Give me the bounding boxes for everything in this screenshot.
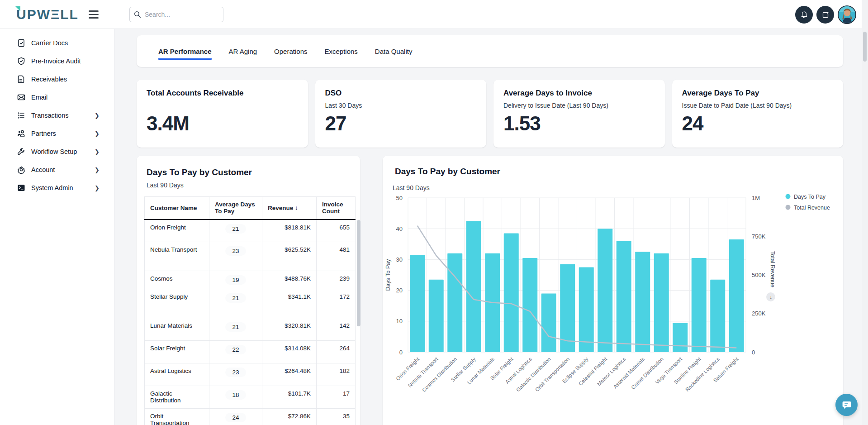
bar-days-to-pay[interactable] [654, 253, 669, 352]
table-row[interactable]: Stellar Supply 21 $341.1K 172 [145, 289, 356, 318]
legend-swatch [786, 194, 791, 199]
bar-days-to-pay[interactable] [635, 252, 650, 352]
bar-days-to-pay[interactable] [466, 221, 481, 352]
search-box[interactable] [129, 7, 223, 22]
left-axis-tick-label: 40 [396, 225, 403, 232]
table-row[interactable]: Astral Logistics 23 $264.48K 182 [145, 363, 356, 386]
table-row[interactable]: Orbit Transportation 24 $72.86K 35 [145, 409, 356, 425]
cell-invoice-count: 481 [317, 242, 356, 271]
bar-days-to-pay[interactable] [710, 280, 725, 352]
kpi-title: DSO [325, 89, 477, 98]
notifications-button[interactable] [795, 6, 813, 24]
table-row[interactable]: Solar Freight 22 $314.08K 264 [145, 341, 356, 363]
cell-revenue: $314.08K [262, 341, 317, 363]
right-axis-title: Total Revenue [769, 251, 776, 287]
bar-days-to-pay[interactable] [729, 239, 744, 352]
bar-days-to-pay[interactable] [541, 293, 556, 352]
cell-avg-days: 18 [209, 386, 262, 409]
bar-days-to-pay[interactable] [447, 253, 462, 352]
app-logo: UPWΞLL [16, 7, 79, 22]
people-icon [16, 129, 26, 138]
sidebar-item-system-admin[interactable]: System Admin ❯ [0, 179, 114, 197]
user-avatar[interactable] [838, 5, 856, 24]
kpi-value: 27 [325, 112, 346, 135]
sidebar-item-label: Workflow Setup [31, 148, 95, 155]
column-header-invoice-count[interactable]: Invoice Count [317, 197, 356, 220]
cell-revenue: $488.76K [262, 271, 317, 289]
cell-customer: Nebula Transport [145, 242, 209, 271]
cell-avg-days: 23 [209, 363, 262, 386]
bar-days-to-pay[interactable] [579, 267, 594, 352]
bar-days-to-pay[interactable] [504, 233, 519, 352]
cell-revenue: $101.7K [262, 386, 317, 409]
tab-ar-aging[interactable]: AR Aging [229, 43, 257, 60]
x-axis-category-label: Comet Distribution [630, 356, 664, 390]
bar-days-to-pay[interactable] [673, 323, 688, 352]
bar-days-to-pay[interactable] [429, 280, 444, 352]
kpi-card-average-days-to-invoice: Average Days to Invoice Delivery to Issu… [493, 80, 665, 148]
sidebar-item-account[interactable]: Account ❯ [0, 161, 114, 179]
page-scrollbar [862, 0, 868, 425]
legend-item-total-revenue[interactable]: Total Revenue [794, 205, 830, 211]
sidebar-item-label: Partners [31, 130, 95, 137]
bar-days-to-pay[interactable] [598, 229, 612, 352]
left-axis-title: Days To Pay [385, 259, 391, 291]
sort-desc-icon: ↓ [293, 205, 298, 211]
table-row[interactable]: Lunar Materials 21 $320.81K 142 [145, 318, 356, 341]
sidebar-item-label: Transactions [31, 112, 95, 119]
chat-bubble-icon [841, 400, 852, 411]
bar-days-to-pay[interactable] [560, 264, 575, 352]
page-scrollbar-thumb[interactable] [863, 32, 867, 62]
right-axis-tick-label: 750K [752, 233, 766, 240]
tab-operations[interactable]: Operations [274, 43, 307, 60]
shield-check-icon [16, 57, 26, 66]
sidebar-item-partners[interactable]: Partners ❯ [0, 124, 114, 143]
column-header-customer-name[interactable]: Customer Name [145, 197, 209, 220]
sidebar-item-receivables[interactable]: Receivables [0, 70, 114, 88]
bar-days-to-pay[interactable] [410, 255, 425, 352]
kpi-subtitle: Last 30 Days [325, 102, 477, 110]
sidebar-item-label: Account [31, 166, 95, 173]
cell-avg-days: 21 [209, 220, 262, 242]
chart-panel-subtitle: Last 90 Days [393, 184, 430, 191]
bar-days-to-pay[interactable] [617, 241, 631, 352]
axis-sort-arrow-icon: ↓ [769, 294, 772, 301]
cell-customer: Orion Freight [145, 220, 209, 242]
cell-invoice-count: 142 [317, 318, 356, 341]
cell-invoice-count: 239 [317, 271, 356, 289]
search-input[interactable] [145, 11, 217, 18]
sidebar-item-transactions[interactable]: Transactions ❯ [0, 106, 114, 124]
chat-widget-button[interactable] [835, 394, 858, 416]
cell-avg-days: 21 [209, 289, 262, 318]
column-header-revenue[interactable]: Revenue ↓ [262, 197, 317, 220]
cell-revenue: $72.86K [262, 409, 317, 425]
sidebar-item-pre-invoice-audit[interactable]: Pre-Invoice Audit [0, 52, 114, 70]
legend-item-days-to-pay[interactable]: Days To Pay [794, 194, 826, 200]
share-button[interactable] [816, 6, 834, 24]
column-header-average-days-to-pay[interactable]: Average Days To Pay [209, 197, 262, 220]
sidebar-item-workflow-setup[interactable]: Workflow Setup ❯ [0, 143, 114, 161]
cell-invoice-count: 182 [317, 363, 356, 386]
table-row[interactable]: Cosmos 19 $488.76K 239 [145, 271, 356, 289]
sidebar-item-carrier-docs[interactable]: Carrier Docs [0, 34, 114, 52]
table-row[interactable]: Nebula Transport 23 $625.52K 481 [145, 242, 356, 271]
cell-avg-days: 21 [209, 318, 262, 341]
days-to-pay-table-panel: Days To Pay by Customer Last 90 Days Cus… [137, 156, 360, 425]
cell-revenue: $818.81K [262, 220, 317, 242]
kpi-subtitle [147, 102, 298, 110]
tab-data-quality[interactable]: Data Quality [375, 43, 413, 60]
sidebar-item-email[interactable]: Email [0, 88, 114, 106]
x-axis-category-label: Orbit Transportation [534, 356, 570, 392]
kpi-title: Total Accounts Receivable [147, 89, 298, 98]
cell-revenue: $625.52K [262, 242, 317, 271]
tab-ar-performance[interactable]: AR Performance [158, 43, 212, 60]
sidebar-item-label: Receivables [31, 76, 105, 83]
hamburger-menu-icon[interactable] [89, 10, 100, 19]
bar-days-to-pay[interactable] [692, 258, 707, 352]
table-scrollbar-thumb[interactable] [357, 220, 360, 326]
tab-exceptions[interactable]: Exceptions [324, 43, 357, 60]
kpi-title: Average Days To Pay [682, 89, 834, 98]
bar-days-to-pay[interactable] [522, 258, 537, 352]
table-row[interactable]: Orion Freight 21 $818.81K 655 [145, 220, 356, 242]
table-row[interactable]: Galactic Distribution 18 $101.7K 17 [145, 386, 356, 409]
